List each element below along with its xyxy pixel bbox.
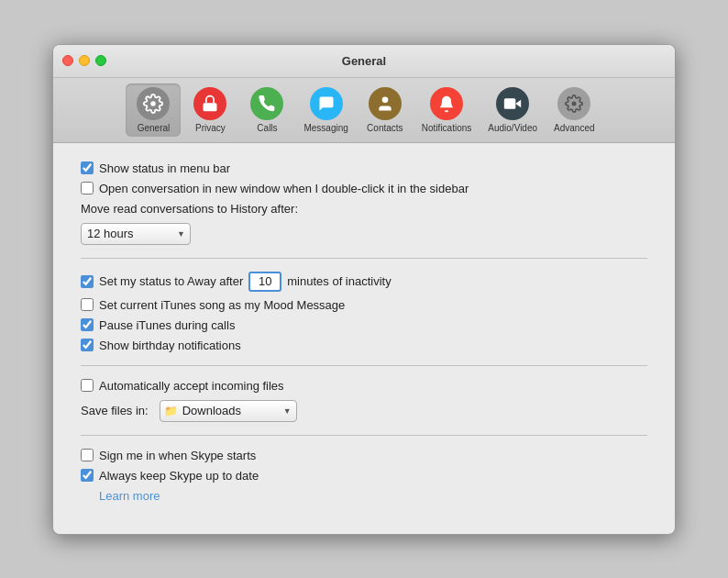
svg-point-2 xyxy=(381,96,388,103)
general-icon xyxy=(137,87,170,120)
birthday-text: Show birthday notifications xyxy=(99,339,241,352)
tab-notifications[interactable]: Notifications xyxy=(414,83,479,137)
section-startup: Sign me in when Skype starts Always keep… xyxy=(81,436,647,516)
hours-select-wrapper: 30 minutes 1 hour 2 hours 4 hours 6 hour… xyxy=(81,223,191,245)
row-itunes-mood: Set current iTunes song as my Mood Messa… xyxy=(81,298,647,312)
row-sign-in: Sign me in when Skype starts xyxy=(81,449,647,462)
tab-privacy[interactable]: Privacy xyxy=(182,83,237,137)
open-conversation-label[interactable]: Open conversation in new window when I d… xyxy=(81,182,469,195)
section-status: Show status in menu bar Open conversatio… xyxy=(81,158,647,259)
tab-audiovideo[interactable]: Audio/Video xyxy=(480,83,545,137)
tab-advanced[interactable]: Advanced xyxy=(546,83,601,137)
learn-more-link[interactable]: Learn more xyxy=(99,489,160,503)
birthday-checkbox[interactable] xyxy=(81,339,94,351)
advanced-icon xyxy=(557,87,590,120)
maximize-button[interactable] xyxy=(95,55,106,66)
notifications-icon xyxy=(430,87,463,120)
tab-notifications-label: Notifications xyxy=(422,123,471,133)
sign-in-label[interactable]: Sign me in when Skype starts xyxy=(81,449,256,462)
main-window: General General Privacy Calls xyxy=(52,44,676,535)
hours-select[interactable]: 30 minutes 1 hour 2 hours 4 hours 6 hour… xyxy=(81,223,191,245)
tab-advanced-label: Advanced xyxy=(554,123,594,133)
row-learn-more: Learn more xyxy=(81,489,647,503)
set-away-text-after: minutes of inactivity xyxy=(287,274,391,288)
row-show-status: Show status in menu bar xyxy=(81,161,647,175)
tab-calls[interactable]: Calls xyxy=(239,83,294,137)
row-save-files: Save files in: 📁 Downloads Desktop Docum… xyxy=(81,400,647,422)
svg-marker-3 xyxy=(516,99,522,106)
downloads-select-wrapper: 📁 Downloads Desktop Documents Other... xyxy=(160,400,297,422)
keep-updated-text: Always keep Skype up to date xyxy=(99,469,259,483)
section-away: Set my status to Away after minutes of i… xyxy=(81,259,647,366)
row-pause-itunes: Pause iTunes during calls xyxy=(81,318,647,332)
svg-rect-4 xyxy=(504,98,516,109)
tab-contacts-label: Contacts xyxy=(367,123,403,133)
row-set-away: Set my status to Away after minutes of i… xyxy=(81,272,647,292)
auto-accept-checkbox[interactable] xyxy=(81,379,94,392)
traffic-lights xyxy=(62,55,106,66)
settings-content: Show status in menu bar Open conversatio… xyxy=(53,143,675,534)
tab-general-label: General xyxy=(138,123,171,133)
auto-accept-label[interactable]: Automatically accept incoming files xyxy=(81,379,284,393)
pause-itunes-text: Pause iTunes during calls xyxy=(99,318,235,332)
tab-messaging-label: Messaging xyxy=(303,123,347,133)
privacy-icon xyxy=(193,87,226,120)
move-read-text: Move read conversations to History after… xyxy=(81,202,298,216)
downloads-select[interactable]: Downloads Desktop Documents Other... xyxy=(160,400,297,422)
messaging-icon xyxy=(310,87,343,120)
set-away-checkbox[interactable] xyxy=(81,275,94,288)
svg-point-5 xyxy=(572,101,577,106)
titlebar: General xyxy=(53,45,675,78)
auto-accept-text: Automatically accept incoming files xyxy=(99,379,284,393)
row-keep-updated: Always keep Skype up to date xyxy=(81,469,647,483)
away-minutes-input[interactable] xyxy=(248,272,281,292)
row-hours-dropdown: 30 minutes 1 hour 2 hours 4 hours 6 hour… xyxy=(81,223,647,245)
itunes-mood-checkbox[interactable] xyxy=(81,298,94,311)
tab-general[interactable]: General xyxy=(126,83,181,137)
itunes-mood-text: Set current iTunes song as my Mood Messa… xyxy=(99,298,345,312)
tab-messaging[interactable]: Messaging xyxy=(296,83,355,137)
tab-audiovideo-label: Audio/Video xyxy=(488,123,537,133)
calls-icon xyxy=(250,87,283,120)
itunes-mood-label[interactable]: Set current iTunes song as my Mood Messa… xyxy=(81,298,345,312)
tab-calls-label: Calls xyxy=(257,123,277,133)
tab-contacts[interactable]: Contacts xyxy=(358,83,413,137)
keep-updated-label[interactable]: Always keep Skype up to date xyxy=(81,469,259,483)
save-files-label: Save files in: xyxy=(81,404,149,417)
svg-point-0 xyxy=(151,101,157,106)
close-button[interactable] xyxy=(62,55,73,66)
set-away-text-before: Set my status to Away after xyxy=(99,274,243,288)
section-files: Automatically accept incoming files Save… xyxy=(81,366,647,436)
show-status-label[interactable]: Show status in menu bar xyxy=(81,161,230,175)
keep-updated-checkbox[interactable] xyxy=(81,469,94,482)
show-status-checkbox[interactable] xyxy=(81,161,94,174)
contacts-icon xyxy=(369,87,402,120)
tab-privacy-label: Privacy xyxy=(195,123,226,133)
sign-in-checkbox[interactable] xyxy=(81,449,94,461)
pause-itunes-checkbox[interactable] xyxy=(81,318,94,331)
row-move-read: Move read conversations to History after… xyxy=(81,202,647,216)
minimize-button[interactable] xyxy=(79,55,90,66)
toolbar: General Privacy Calls Messaging xyxy=(53,78,675,143)
pause-itunes-label[interactable]: Pause iTunes during calls xyxy=(81,318,235,332)
window-title: General xyxy=(342,54,386,68)
audiovideo-icon xyxy=(496,87,529,120)
birthday-label[interactable]: Show birthday notifications xyxy=(81,339,241,352)
svg-rect-1 xyxy=(204,103,217,111)
row-auto-accept: Automatically accept incoming files xyxy=(81,379,647,393)
set-away-label[interactable]: Set my status to Away after minutes of i… xyxy=(81,272,392,292)
open-conversation-text: Open conversation in new window when I d… xyxy=(99,182,469,195)
open-conversation-checkbox[interactable] xyxy=(81,182,94,195)
row-open-conversation: Open conversation in new window when I d… xyxy=(81,182,647,195)
show-status-text: Show status in menu bar xyxy=(99,161,230,175)
row-birthday: Show birthday notifications xyxy=(81,339,647,352)
sign-in-text: Sign me in when Skype starts xyxy=(99,449,256,462)
